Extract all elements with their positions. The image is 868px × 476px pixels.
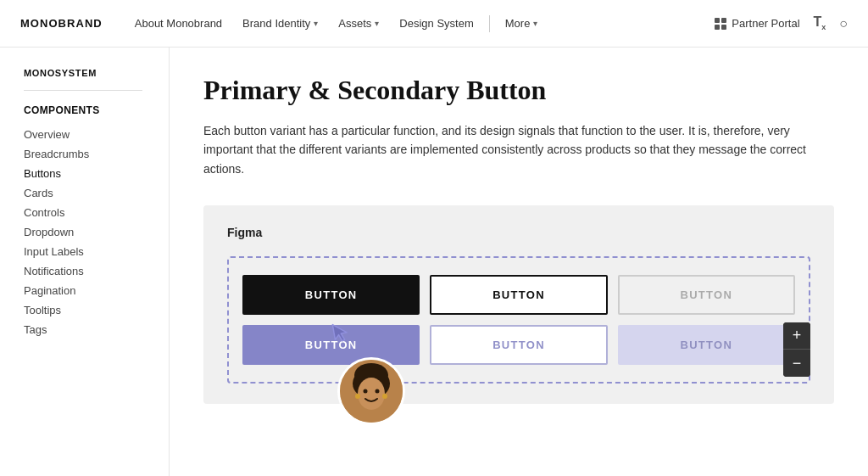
zoom-controls: + − [783, 322, 810, 377]
page-layout: MONOSYSTEM COMPONENTS Overview Breadcrum… [0, 48, 868, 476]
chevron-down-icon: ▾ [533, 19, 537, 28]
avatar-image [340, 360, 403, 423]
logo: MONOBRAND [20, 17, 103, 30]
figma-preview: Figma BUTTON BUTTON BUTTON BUTTON BUTTON… [203, 205, 834, 404]
sidebar-item-pagination[interactable]: Pagination [24, 281, 169, 300]
svg-point-4 [364, 389, 368, 394]
sidebar-item-tooltips[interactable]: Tooltips [24, 300, 169, 320]
sidebar-group-title: COMPONENTS [24, 104, 169, 116]
nav-divider [489, 15, 490, 32]
sidebar-item-controls[interactable]: Controls [24, 203, 169, 222]
navbar: MONOBRAND About Monobrand Brand Identity… [0, 0, 868, 48]
zoom-in-button[interactable]: + [783, 322, 810, 350]
partner-portal-link[interactable]: Partner Portal [715, 17, 799, 30]
page-title: Primary & Secondary Button [203, 75, 834, 106]
nav-links: About Monobrand Brand Identity ▾ Assets … [126, 12, 692, 35]
nav-brand-identity[interactable]: Brand Identity ▾ [234, 12, 326, 35]
chevron-down-icon: ▾ [314, 19, 318, 28]
sidebar-item-dropdown[interactable]: Dropdown [24, 222, 169, 242]
svg-point-7 [382, 394, 387, 399]
nav-design-system[interactable]: Design System [391, 12, 481, 35]
sidebar-item-cards[interactable]: Cards [24, 183, 169, 203]
chevron-down-icon: ▾ [375, 19, 379, 28]
nav-more[interactable]: More ▾ [497, 12, 547, 35]
button-outline-purple[interactable]: BUTTON [430, 325, 607, 365]
navbar-right: Partner Portal Tx ○ [715, 14, 848, 31]
sidebar-nav: Overview Breadcrumbs Buttons Cards Contr… [24, 125, 169, 339]
button-gray-disabled[interactable]: BUTTON [618, 275, 795, 315]
button-outline-black[interactable]: BUTTON [430, 275, 607, 315]
svg-point-6 [355, 394, 360, 399]
sidebar-item-notifications[interactable]: Notifications [24, 261, 169, 281]
page-description: Each button variant has a particular fun… [203, 121, 814, 178]
svg-point-3 [358, 378, 385, 410]
sidebar-section-title: MONOSYSTEM [24, 68, 169, 78]
button-grid-wrapper: BUTTON BUTTON BUTTON BUTTON BUTTON BUTTO… [227, 256, 810, 384]
sidebar-item-overview[interactable]: Overview [24, 125, 169, 144]
sidebar: MONOSYSTEM COMPONENTS Overview Breadcrum… [0, 48, 170, 476]
sidebar-divider [24, 90, 142, 91]
zoom-out-button[interactable]: − [783, 350, 810, 377]
sidebar-item-tags[interactable]: Tags [24, 320, 169, 339]
nav-about[interactable]: About Monobrand [126, 12, 231, 35]
button-light-purple[interactable]: BUTTON [618, 325, 795, 365]
sidebar-item-buttons[interactable]: Buttons [24, 164, 169, 183]
figma-label: Figma [227, 226, 810, 239]
button-grid: BUTTON BUTTON BUTTON BUTTON BUTTON BUTTO… [242, 275, 795, 365]
main-content: Primary & Secondary Button Each button v… [170, 48, 868, 476]
sidebar-item-input-labels[interactable]: Input Labels [24, 242, 169, 261]
sidebar-item-breadcrumbs[interactable]: Breadcrumbs [24, 144, 169, 164]
nav-assets[interactable]: Assets ▾ [330, 12, 387, 35]
search-icon[interactable]: ○ [839, 16, 848, 31]
grid-icon [715, 18, 726, 30]
button-primary-black[interactable]: BUTTON [242, 275, 420, 315]
avatar [337, 357, 405, 425]
svg-point-5 [376, 389, 380, 394]
typography-icon[interactable]: Tx [814, 14, 826, 31]
